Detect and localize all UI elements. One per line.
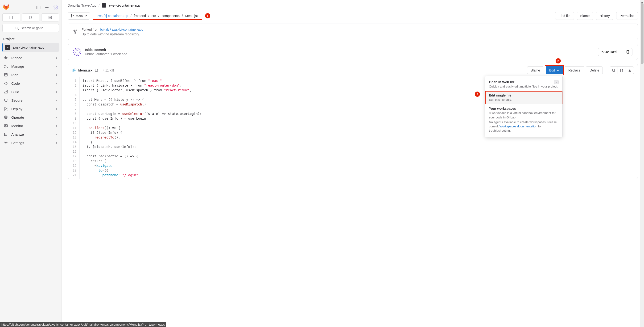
chevron-down-icon	[557, 69, 559, 72]
permalink-button[interactable]: Permalink	[616, 12, 638, 20]
edit-option-workspaces[interactable]: Your workspaces A workspace is a virtual…	[485, 104, 562, 135]
chevron-right-icon	[55, 56, 58, 60]
svg-point-37	[74, 49, 81, 56]
nav-label: Operate	[11, 115, 52, 119]
analyze-icon	[4, 132, 8, 136]
project-avatar-icon: ⋯	[5, 45, 10, 50]
annotation-callout-1: 1	[205, 13, 210, 19]
delete-button[interactable]: Delete	[586, 66, 603, 74]
chevron-right-icon	[55, 98, 58, 102]
sidebar-item-manage[interactable]: Manage	[0, 62, 61, 71]
edit-dropdown-menu: 3 Open in Web IDE . Quickly and easily e…	[485, 76, 563, 137]
plan-icon	[4, 73, 8, 77]
svg-point-13	[5, 56, 6, 57]
svg-point-32	[71, 17, 72, 17]
breadcrumb-group[interactable]: DongNai TravelApp	[68, 4, 96, 7]
add-icon[interactable]	[44, 5, 50, 11]
commit-hash-button[interactable]: 684e1acd	[598, 48, 620, 56]
chevron-right-icon	[55, 73, 58, 77]
commit-author[interactable]: Ubuntu	[85, 52, 96, 56]
sidebar-project-row[interactable]: ⋯ aws-fcj-container-app	[2, 43, 60, 52]
path-segment[interactable]: Menu.jsx	[185, 14, 198, 18]
edit-option-single-file[interactable]: Edit single file Edit this file only.	[485, 91, 562, 104]
commit-message[interactable]: Initial commit	[85, 48, 127, 52]
chevron-down-icon	[85, 15, 87, 17]
breadcrumb-project[interactable]: aws-fcj-container-app	[108, 4, 140, 7]
chevron-right-icon	[55, 90, 58, 94]
svg-point-41	[74, 70, 74, 71]
manage-icon	[4, 64, 8, 68]
file-panel: Menu.jsx 4.11 KiB Blame 2 Edit	[68, 64, 638, 179]
sidebar-item-pinned[interactable]: Pinned	[0, 54, 61, 62]
history-button[interactable]: History	[596, 12, 613, 20]
download-button[interactable]	[626, 66, 634, 74]
fork-source-link[interactable]: fcj-lab / aws-fcj-container-app	[100, 28, 143, 31]
edit-dropdown-button[interactable]: Edit	[546, 66, 563, 74]
svg-point-34	[74, 30, 74, 31]
sidebar-item-code[interactable]: Code	[0, 79, 61, 88]
sidebar-item-analyze[interactable]: Analyze	[0, 130, 61, 139]
path-segment[interactable]: components	[162, 14, 180, 18]
nav-label: Settings	[11, 141, 52, 145]
sidebar-item-build[interactable]: Build	[0, 88, 61, 96]
nav-label: Secure	[11, 98, 52, 102]
edit-option-web-ide[interactable]: Open in Web IDE . Quickly and easily edi…	[485, 78, 562, 91]
commit-author-avatar[interactable]	[73, 48, 81, 56]
sidebar-item-settings[interactable]: Settings	[0, 139, 61, 147]
copy-contents-button[interactable]	[610, 66, 618, 74]
copy-file-path-button[interactable]	[95, 68, 99, 73]
annotation-callout-3: 3	[475, 92, 480, 97]
nav-label: Manage	[11, 64, 52, 68]
issues-button[interactable]	[2, 14, 20, 22]
svg-line-12	[18, 29, 18, 30]
code-icon	[4, 81, 8, 85]
search-placeholder: Search or go to...	[21, 26, 46, 30]
raw-button[interactable]	[618, 66, 626, 74]
browser-status-url: https://gitlab.com/dongnaitravelapp/aws-…	[0, 322, 166, 327]
path-segment[interactable]: frontend	[134, 14, 146, 18]
file-path-box: aws-fcj-container-app/frontend/src/compo…	[93, 12, 202, 20]
blame-button[interactable]: Blame	[577, 12, 593, 20]
chevron-right-icon	[55, 107, 58, 111]
svg-rect-6	[10, 16, 12, 19]
sidebar-item-operate[interactable]: Operate	[0, 113, 61, 122]
sidebar-item-monitor[interactable]: Monitor	[0, 122, 61, 130]
svg-point-15	[6, 65, 7, 66]
user-avatar-icon[interactable]	[52, 5, 58, 11]
search-input[interactable]: Search or go to...	[2, 24, 59, 32]
file-blame-button[interactable]: Blame	[527, 66, 543, 74]
main-content: DongNai TravelApp / aws-fcj-container-ap…	[62, 0, 644, 327]
sidebar-heading: Project	[0, 36, 61, 42]
download-icon	[628, 69, 632, 72]
workspaces-doc-link[interactable]: Workspaces documentation	[500, 125, 537, 128]
sidebar-item-secure[interactable]: Secure	[0, 96, 61, 105]
sidebar-item-plan[interactable]: Plan	[0, 71, 61, 79]
breadcrumb-sep: /	[98, 4, 100, 7]
deploy-icon	[4, 107, 8, 111]
svg-point-20	[7, 90, 8, 91]
path-segment[interactable]: aws-fcj-container-app	[97, 14, 128, 18]
merge-requests-button[interactable]	[22, 14, 40, 22]
svg-point-35	[76, 30, 76, 31]
sidebar-collapse-icon[interactable]	[35, 5, 42, 11]
branch-selector[interactable]: main	[68, 12, 90, 20]
path-segment[interactable]: src	[152, 14, 156, 18]
sidebar-item-deploy[interactable]: Deploy	[0, 105, 61, 113]
scrollbar-thumb[interactable]	[641, 3, 644, 64]
fork-info-panel: Forked from fcj-lab / aws-fcj-container-…	[68, 24, 638, 40]
todos-button[interactable]	[41, 14, 59, 22]
replace-button[interactable]: Replace	[565, 66, 584, 74]
document-icon	[620, 69, 624, 72]
copy-commit-hash-button[interactable]	[624, 48, 632, 56]
nav-label: Deploy	[11, 107, 52, 111]
svg-rect-16	[4, 73, 7, 76]
svg-point-4	[53, 5, 58, 10]
last-commit-panel: Initial commit Ubuntu authored 1 week ag…	[68, 44, 638, 60]
find-file-button[interactable]: Find file	[555, 12, 574, 20]
vertical-scrollbar[interactable]: ▲	[640, 0, 644, 327]
react-file-icon	[72, 68, 76, 73]
gitlab-logo[interactable]	[3, 4, 10, 11]
settings-icon	[4, 141, 8, 145]
code-lines[interactable]: import React, { useEffect } from "react"…	[80, 77, 204, 179]
clipboard-icon	[626, 50, 630, 54]
